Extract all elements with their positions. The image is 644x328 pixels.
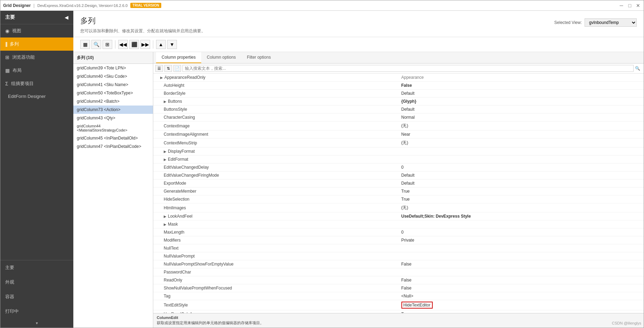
workspace: 多列 (10) gridColumn39 <Tote LPN> gridColu… — [73, 52, 644, 328]
table-row[interactable]: NullValuePrompt — [153, 252, 644, 260]
grid-view-button[interactable]: ▦ — [80, 40, 90, 49]
sidebar-bottom-print[interactable]: 打印中 — [0, 304, 73, 319]
table-row[interactable]: AutoHeight False — [153, 82, 644, 90]
table-row[interactable]: ▶AppearanceReadOnly Appearance — [153, 74, 644, 82]
move-down-button[interactable]: ▼ — [167, 40, 177, 49]
sort-by-category-button[interactable]: ☰ — [155, 65, 163, 72]
app-title: Grid Designer — [3, 3, 31, 8]
sidebar-header: 主要 ◀ — [0, 11, 73, 24]
sidebar-bottom-outer[interactable]: 外观 — [0, 275, 73, 289]
tab-filter-options[interactable]: Filter options — [241, 52, 276, 63]
summary-icon: Σ — [5, 81, 8, 86]
table-row[interactable]: ▶DisplayFormat — [153, 148, 644, 155]
column-item-col39[interactable]: gridColumn39 <Tote LPN> — [73, 64, 153, 72]
table-row[interactable]: ReadOnly False — [153, 276, 644, 284]
table-row[interactable]: MaxLength 0 — [153, 228, 644, 236]
maximize-button[interactable]: □ — [627, 3, 633, 8]
table-row[interactable]: ButtonsStyle Default — [153, 106, 644, 113]
sidebar-bottom-main[interactable]: 主要 — [0, 260, 73, 275]
tab-column-properties[interactable]: Column properties — [156, 52, 201, 63]
view-icon: ◉ — [5, 28, 9, 34]
column-item-col73[interactable]: gridColumn73 <Action> — [73, 106, 153, 114]
sidebar-back-button[interactable]: ◀ — [65, 15, 68, 20]
column-item-col47[interactable]: gridColumn47 <InPlanDetailCode> — [73, 142, 153, 151]
move-up-button[interactable]: ▲ — [156, 40, 166, 49]
table-row[interactable]: NullText — [153, 244, 644, 252]
selected-view-select[interactable]: gvInboundTemp — [585, 18, 637, 27]
sidebar-item-layout[interactable]: ▦ 布局 — [0, 64, 73, 77]
table-row[interactable]: ContextImageAlignment Near — [153, 131, 644, 138]
prop-search-input[interactable] — [182, 65, 634, 72]
status-bar: ColumnEdit 获取或设置指定用来编辑列的单元格的值编辑器的存储库项目。 — [153, 313, 644, 328]
property-pages-button[interactable]: 📄 — [173, 65, 181, 72]
table-row[interactable]: UseReadOnlyAppearance True — [153, 310, 644, 313]
columns-list: gridColumn39 <Tote LPN> gridColumn40 <Sk… — [73, 64, 153, 328]
property-table: ▶AppearanceReadOnly Appearance AutoHeigh… — [153, 74, 644, 313]
column-item-col40[interactable]: gridColumn40 <Sku Code> — [73, 72, 153, 81]
table-row[interactable]: ContextMenuStrip (无) — [153, 138, 644, 148]
table-row[interactable]: PasswordChar — [153, 268, 644, 276]
table-row[interactable]: NullValuePromptShowForEmptyValue False — [153, 260, 644, 268]
table-row[interactable]: Modifiers Private — [153, 236, 644, 244]
sidebar-item-summary[interactable]: Σ 组摘要项目 — [0, 77, 73, 90]
table-row[interactable]: ShowNullValuePromptWhenFocused False — [153, 284, 644, 292]
title-subtitle: DevExpress.XtraGrid.v16.2.Design, Versio… — [37, 3, 128, 8]
table-row[interactable]: Tag <Null> — [153, 292, 644, 300]
layout-icon: ▦ — [5, 68, 10, 73]
watermark: CSDN @lilenglys — [612, 321, 641, 325]
sort-alphabetically-button[interactable]: ⇅ — [164, 65, 172, 72]
browser-icon: ⊞ — [5, 54, 9, 60]
close-button[interactable]: ✕ — [635, 3, 641, 8]
sidebar-item-view-label: 视图 — [12, 28, 21, 34]
main-content: 多列 您可以添加和删除列、修改其设置、分配在就地编辑并启用总摘要。 Select… — [73, 11, 644, 328]
column-item-col50[interactable]: gridColumn50 <ToteBoxType> — [73, 89, 153, 97]
sidebar-bottom: 主要 外观 容器 打印中 ▾ — [0, 260, 73, 328]
sidebar-item-columns[interactable]: ||| 多列 — [0, 37, 73, 51]
sidebar-bottom-container[interactable]: 容器 — [0, 289, 73, 304]
columns-panel-header: 多列 (10) — [73, 52, 153, 64]
sidebar-expand-button[interactable]: ▾ — [0, 319, 73, 328]
table-row[interactable]: GenerateMember True — [153, 187, 644, 195]
table-row[interactable]: ▶EditFormat — [153, 155, 644, 163]
toolbar-separator-1 — [115, 40, 115, 49]
move-right-button[interactable]: ▶▶ — [140, 40, 150, 49]
trial-badge: TRIAL VERSION — [130, 3, 161, 8]
search-button[interactable]: 🔍 — [91, 40, 101, 49]
table-row[interactable]: HtmlImages (无) — [153, 203, 644, 212]
column-item-col44[interactable]: gridColumn44 <MaterialStoreStrategyCode> — [73, 122, 153, 134]
page-description: 您可以添加和删除列、修改其设置、分配在就地编辑并启用总摘要。 — [80, 28, 205, 34]
minimize-button[interactable]: ─ — [619, 3, 624, 8]
sidebar-item-columns-label: 多列 — [10, 41, 19, 47]
column-item-col45[interactable]: gridColumn45 <InPlanDetailOld> — [73, 134, 153, 142]
table-row[interactable]: ExportMode Default — [153, 179, 644, 187]
sidebar-item-view[interactable]: ◉ 视图 — [0, 24, 73, 37]
status-section-title: ColumnEdit — [157, 316, 640, 320]
properties-panel: Column properties Column options Filter … — [153, 52, 644, 328]
add-column-button[interactable]: ⊞ — [103, 40, 112, 49]
center-button[interactable]: ⬛ — [129, 40, 139, 49]
table-row[interactable]: CharacterCasing Normal — [153, 113, 644, 121]
table-row-textedit[interactable]: TextEditStyle HideTextEditor — [153, 300, 644, 310]
table-row[interactable]: ▶LookAndFeel UseDefault;Skin: DevExpress… — [153, 212, 644, 220]
column-item-col42[interactable]: gridColumn42 <Batch> — [73, 97, 153, 106]
table-row[interactable]: BorderStyle Default — [153, 90, 644, 98]
expand-arrow-icon: ▶ — [160, 76, 163, 79]
column-item-col43[interactable]: gridColumn43 <Qty> — [73, 114, 153, 122]
table-row[interactable]: HideSelection True — [153, 195, 644, 203]
move-left-button[interactable]: ◀◀ — [118, 40, 128, 49]
table-row[interactable]: EditValueChangedDelay 0 — [153, 163, 644, 171]
prop-search-icon: 🔍 — [635, 66, 640, 71]
sidebar-item-browser[interactable]: ⊞ 浏览器功能 — [0, 51, 73, 64]
sidebar-title: 主要 — [5, 14, 15, 20]
titlebar: Grid Designer | DevExpress.XtraGrid.v16.… — [0, 0, 644, 11]
column-item-col41[interactable]: gridColumn41 <Sku Name> — [73, 81, 153, 89]
expand-arrow-icon: ▶ — [164, 215, 166, 218]
table-row[interactable]: EditValueChangedFiringMode Default — [153, 171, 644, 179]
status-description: 获取或设置指定用来编辑列的单元格的值编辑器的存储库项目。 — [157, 320, 640, 326]
table-row[interactable]: ▶Buttons {Glyph} — [153, 98, 644, 106]
tab-column-options[interactable]: Column options — [201, 52, 241, 63]
table-row[interactable]: ContextImage (无) — [153, 121, 644, 131]
sidebar-item-editform[interactable]: EditForm Designer — [0, 90, 73, 102]
table-row[interactable]: ▶Mask — [153, 220, 644, 228]
toolbar-separator-2 — [153, 40, 153, 49]
